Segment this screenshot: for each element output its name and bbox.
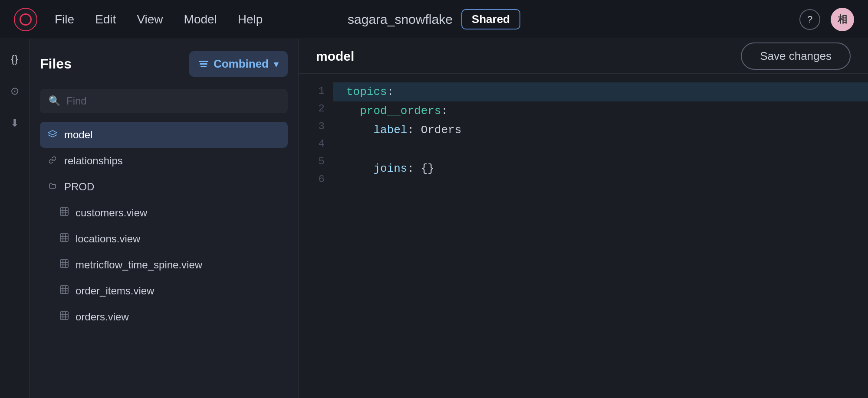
editor-header: model Save changes (299, 39, 868, 74)
menu-file[interactable]: File (55, 13, 74, 26)
menu-model[interactable]: Model (184, 13, 217, 26)
code-line-2: prod__orders: (346, 101, 855, 121)
svg-rect-0 (60, 208, 68, 215)
file-item-model-label: model (64, 129, 92, 141)
table-icon-locations (60, 233, 69, 245)
code-line-3: label: Orders (346, 121, 855, 140)
link-icon (48, 155, 57, 166)
combined-label: Combined (214, 57, 269, 71)
rail-icon-download[interactable]: ⬇ (5, 114, 24, 133)
file-item-model[interactable]: model (40, 122, 288, 148)
line-num-5: 5 (299, 153, 325, 171)
line-num-4: 4 (299, 135, 325, 153)
rail-icon-history[interactable]: ⊙ (5, 82, 24, 101)
svg-rect-15 (60, 286, 68, 294)
svg-rect-20 (60, 312, 68, 320)
code-token-colon-2: : (441, 101, 448, 121)
layers-icon (199, 61, 208, 67)
file-list: model relationships PRO (40, 122, 288, 398)
avatar[interactable]: 相 (831, 8, 854, 31)
editor-title: model (316, 49, 354, 64)
file-item-orders[interactable]: orders.view (40, 304, 288, 330)
code-token-prod-orders: prod__orders (360, 101, 441, 121)
icon-rail: {} ⊙ ⬇ (0, 39, 30, 398)
line-num-2: 2 (299, 100, 325, 118)
menu-help[interactable]: Help (238, 13, 263, 26)
main-layout: {} ⊙ ⬇ Files Combined ▾ 🔍 (0, 39, 868, 398)
code-lines[interactable]: topics: prod__orders: label: Orders join… (333, 74, 868, 398)
file-item-locations-label: locations.view (76, 233, 140, 245)
rail-icon-braces[interactable]: {} (5, 49, 24, 69)
code-token-joins-key: joins (373, 159, 407, 178)
editor-area: model Save changes 1 2 3 4 5 6 topics: p… (299, 39, 868, 398)
download-icon: ⬇ (10, 117, 19, 129)
file-item-locations[interactable]: locations.view (40, 226, 288, 252)
code-token-orders-value: Orders (421, 121, 462, 140)
code-token-colon-5: : (407, 159, 421, 178)
line-num-6: 6 (299, 171, 325, 189)
app-logo[interactable] (14, 8, 37, 31)
braces-icon: {} (11, 53, 18, 65)
line-num-1: 1 (299, 82, 325, 100)
svg-rect-5 (60, 234, 68, 241)
code-token-indent3 (346, 121, 373, 140)
code-token-topics: topics (346, 82, 387, 101)
code-token-colon-1: : (387, 82, 394, 101)
shared-badge[interactable]: Shared (461, 9, 520, 29)
file-item-orders-label: orders.view (76, 311, 129, 323)
save-changes-button[interactable]: Save changes (741, 42, 851, 70)
code-token-indent5 (346, 159, 373, 178)
line-numbers: 1 2 3 4 5 6 (299, 74, 333, 398)
file-item-customers[interactable]: customers.view (40, 200, 288, 226)
chevron-down-icon: ▾ (274, 59, 278, 69)
file-item-order-items[interactable]: order_items.view (40, 278, 288, 304)
question-icon: ? (807, 14, 812, 25)
menu-view[interactable]: View (137, 13, 163, 26)
topbar: File Edit View Model Help sagara_snowfla… (0, 0, 868, 39)
table-icon-customers (60, 207, 69, 219)
code-line-6 (346, 178, 855, 197)
search-box: 🔍 (40, 89, 288, 113)
project-title: sagara_snowflake (348, 12, 453, 27)
file-item-metricflow-label: metricflow_time_spine.view (76, 259, 202, 271)
code-token-braces: {} (421, 159, 434, 178)
help-button[interactable]: ? (799, 9, 820, 30)
file-panel-header: Files Combined ▾ (40, 51, 288, 77)
files-title: Files (40, 56, 72, 72)
topbar-title-area: sagara_snowflake Shared (348, 9, 520, 29)
search-input[interactable] (66, 95, 279, 107)
table-icon-order-items (60, 285, 69, 297)
clock-icon: ⊙ (10, 85, 19, 97)
file-item-prod[interactable]: PROD (40, 174, 288, 200)
table-icon-metricflow (60, 259, 69, 271)
line-num-3: 3 (299, 118, 325, 136)
topbar-right: ? 相 (799, 8, 854, 31)
layers-small-icon (48, 129, 57, 140)
table-icon-orders (60, 311, 69, 323)
code-line-4 (346, 140, 855, 159)
code-token-label-key: label (373, 121, 407, 140)
code-line-1: topics: (333, 82, 868, 101)
search-icon: 🔍 (49, 95, 60, 107)
combined-button[interactable]: Combined ▾ (189, 51, 288, 77)
code-content[interactable]: 1 2 3 4 5 6 topics: prod__orders: labe (299, 74, 868, 398)
menu-edit[interactable]: Edit (95, 13, 116, 26)
file-panel: Files Combined ▾ 🔍 (30, 39, 299, 398)
folder-icon (48, 181, 57, 192)
file-item-order-items-label: order_items.view (76, 285, 154, 297)
file-item-relationships[interactable]: relationships (40, 148, 288, 174)
file-item-prod-label: PROD (64, 181, 94, 193)
code-token-colon-3: : (407, 121, 421, 140)
code-token-indent2 (346, 101, 360, 121)
file-item-relationships-label: relationships (64, 155, 123, 167)
file-item-customers-label: customers.view (76, 207, 147, 219)
svg-rect-10 (60, 260, 68, 268)
code-line-5: joins: {} (346, 159, 855, 178)
file-item-metricflow[interactable]: metricflow_time_spine.view (40, 252, 288, 278)
